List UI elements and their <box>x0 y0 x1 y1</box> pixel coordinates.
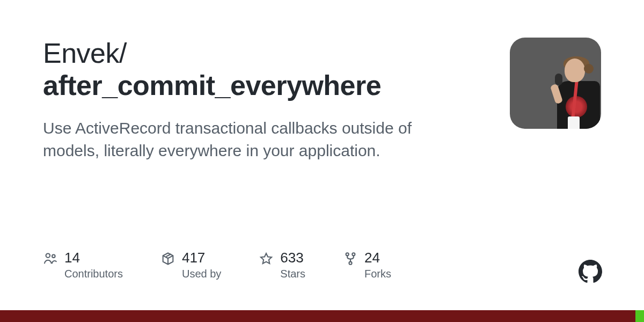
lang-segment-other <box>635 310 644 322</box>
lang-segment-ruby <box>0 310 635 322</box>
svg-point-4 <box>349 262 352 265</box>
stat-value: 14 <box>64 250 123 266</box>
stat-value: 24 <box>364 250 391 266</box>
stat-contributors[interactable]: 14 Contributors <box>43 250 123 280</box>
owner-name[interactable]: Envek <box>43 38 119 69</box>
svg-point-1 <box>52 255 55 258</box>
repo-description: Use ActiveRecord transactional callbacks… <box>43 117 451 162</box>
fork-icon <box>343 251 358 266</box>
repo-name[interactable]: after_commit_everywhere <box>43 70 381 101</box>
stat-value: 633 <box>280 250 305 266</box>
separator: / <box>119 38 127 69</box>
svg-point-3 <box>352 253 355 256</box>
stat-label: Used by <box>182 268 221 280</box>
stat-value: 417 <box>182 250 221 266</box>
contributors-icon <box>43 251 58 266</box>
star-icon <box>259 251 274 266</box>
stat-label: Contributors <box>64 268 123 280</box>
stat-stars[interactable]: 633 Stars <box>259 250 305 280</box>
stat-usedby[interactable]: 417 Used by <box>160 250 221 280</box>
svg-point-0 <box>46 254 50 258</box>
stats-row: 14 Contributors 417 Used by 633 Stars <box>43 250 391 280</box>
avatar[interactable] <box>510 38 601 129</box>
github-logo-icon[interactable] <box>579 260 602 283</box>
language-bar <box>0 310 644 322</box>
stat-label: Stars <box>280 268 305 280</box>
package-icon <box>160 251 175 266</box>
repo-title: Envek/ after_commit_everywhere <box>43 38 488 102</box>
svg-point-2 <box>346 253 349 256</box>
stat-forks[interactable]: 24 Forks <box>343 250 391 280</box>
stat-label: Forks <box>364 268 391 280</box>
